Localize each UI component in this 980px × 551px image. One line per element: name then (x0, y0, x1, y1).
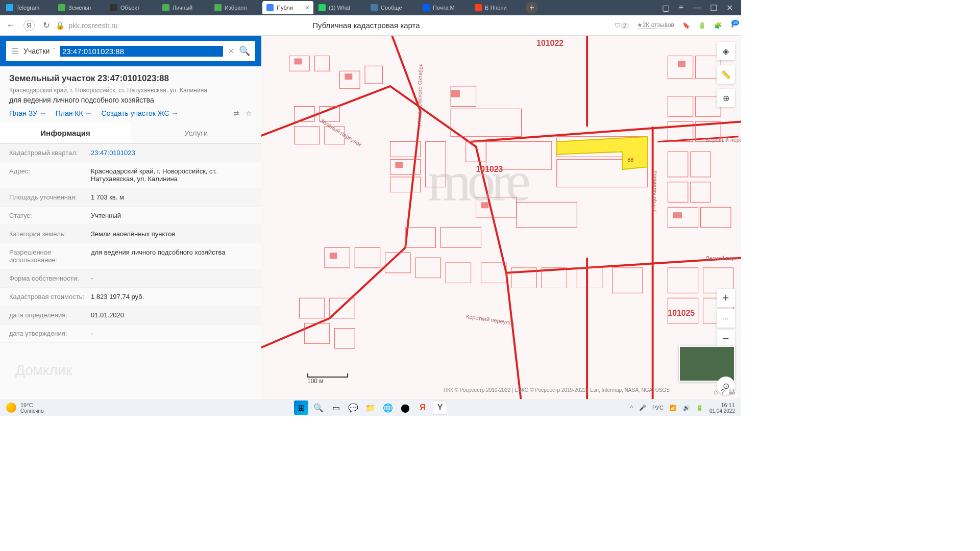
compare-icon[interactable]: ⇄ (233, 109, 239, 117)
tab-pkk[interactable]: Публи× (262, 1, 313, 14)
clear-icon[interactable]: × (228, 46, 234, 57)
chevron-down-icon: ˇ (53, 47, 55, 55)
create-parcel-link[interactable]: Создать участок ЖС → (102, 109, 179, 117)
chrome-icon[interactable]: ⬤ (398, 400, 412, 415)
tab-favorite[interactable]: Избранн (210, 1, 261, 14)
parcel-title: Земельный участок 23:47:0101023:88 (9, 73, 252, 84)
info-label: Кадастровый квартал: (9, 149, 91, 157)
url-text[interactable]: pkk.rosreestr.ru (68, 21, 117, 30)
start-button[interactable]: ⊞ (294, 400, 308, 415)
svg-text:Вербный переулок: Вербный переулок (706, 137, 742, 143)
info-label: Площадь уточненная: (9, 193, 91, 201)
tray-chevron-icon[interactable]: ^ (630, 405, 633, 411)
menu-icon[interactable]: ≡ (679, 3, 683, 13)
layers-button[interactable]: ◈ (717, 42, 735, 60)
search-taskbar-icon[interactable]: 🔍 (311, 400, 326, 415)
info-label: дата утверждения: (9, 330, 91, 337)
tab-services[interactable]: Услуги (131, 122, 261, 143)
help-icon[interactable]: ? (721, 388, 725, 396)
info-label: Кадастровая стоимость: (9, 293, 91, 300)
clock[interactable]: 16:11 01.04.2022 (709, 402, 735, 414)
plan-kk-link[interactable]: План КК → (56, 109, 92, 117)
star-icon[interactable]: ☆ (246, 109, 252, 117)
reviews-link[interactable]: ★2К отзывов (637, 21, 674, 29)
info-value[interactable]: 23:47:0101023 (91, 149, 252, 157)
home-icon[interactable]: ⌂ (714, 388, 718, 396)
plan-zu-link[interactable]: План ЗУ → (9, 109, 46, 117)
svg-rect-57 (395, 162, 403, 168)
yandex-browser-icon[interactable]: Y (433, 400, 447, 415)
parcel-use: для ведения личного подсобного хозяйства (9, 96, 252, 104)
svg-text:88: 88 (627, 157, 633, 163)
info-label: Адрес: (9, 167, 91, 183)
hamburger-icon[interactable]: ☰ (11, 46, 18, 56)
extensions-icon[interactable]: 🧩 (714, 22, 722, 29)
svg-rect-54 (295, 59, 302, 65)
locate-button[interactable]: ⊕ (717, 89, 735, 107)
battery-tray-icon[interactable]: 🔋 (696, 405, 703, 411)
svg-text:101025: 101025 (668, 309, 695, 317)
info-row: Разрешенное использование:для ведения ли… (0, 243, 261, 269)
tab-telegram[interactable]: Telegram (2, 1, 53, 14)
chat-icon[interactable]: 💬 (346, 400, 360, 415)
ruler-button[interactable]: 📏 (717, 65, 735, 84)
volume-icon[interactable]: 🔊 (683, 405, 690, 411)
taskview-icon[interactable]: ▭ (329, 400, 343, 415)
tab-mail[interactable]: Почта М (419, 1, 470, 14)
svg-text:101022: 101022 (536, 39, 564, 47)
svg-rect-55 (345, 73, 352, 80)
tab-information[interactable]: Информация (0, 122, 131, 143)
tab-whatsapp[interactable]: (1) What (314, 1, 365, 14)
tab-personal[interactable]: Личный (158, 1, 209, 14)
close-window-icon[interactable]: ✕ (726, 3, 733, 13)
language-indicator[interactable]: РУС (652, 405, 664, 411)
zoom-out-button[interactable]: − (717, 330, 735, 348)
back-icon[interactable]: ← (6, 20, 15, 31)
new-tab-button[interactable]: + (526, 2, 538, 14)
yandex-icon[interactable]: Я (23, 20, 35, 31)
zoom-fit-button[interactable]: ··· (717, 309, 735, 328)
tab-vk[interactable]: Сообще (366, 1, 418, 14)
bookmark-icon[interactable]: 🔖 (682, 22, 690, 29)
mic-icon[interactable]: 🎤 (639, 405, 646, 411)
tab-object[interactable]: Объект (106, 1, 157, 14)
info-value: - (91, 330, 252, 337)
search-input[interactable] (60, 46, 223, 57)
tab-japan[interactable]: В Япони (471, 1, 522, 14)
weather-widget[interactable]: 19°C Солнечно (6, 402, 43, 414)
sidebar-toggle-icon[interactable]: ▢ (662, 3, 670, 13)
download-icon[interactable]: ⬇19 (730, 22, 735, 29)
info-label: Статус: (9, 212, 91, 219)
info-row: Форма собственности:- (0, 269, 261, 288)
maximize-icon[interactable]: ☐ (710, 3, 717, 13)
zoom-in-button[interactable]: + (717, 289, 735, 307)
domclick-watermark: Домклик (15, 362, 72, 379)
yandex-icon[interactable]: Я (415, 400, 430, 415)
explorer-icon[interactable]: 📁 (363, 400, 378, 415)
info-row: Статус:Учтенный (0, 207, 261, 225)
reload-icon[interactable]: ↻ (43, 20, 50, 30)
edge-icon[interactable]: 🌐 (381, 400, 395, 415)
info-value: - (91, 274, 252, 282)
info-row: дата утверждения:- (0, 324, 261, 343)
svg-rect-60 (673, 212, 682, 218)
svg-rect-56 (451, 90, 460, 97)
search-icon[interactable]: 🔍 (239, 45, 250, 57)
close-icon[interactable]: × (305, 4, 309, 12)
svg-text:Лесной пере: Лесной пере (706, 255, 739, 261)
tab-land[interactable]: Земельн (54, 1, 105, 14)
search-type-dropdown[interactable]: Участки ˇ (23, 47, 55, 55)
page-title: Публичная кадастровая карта (124, 21, 609, 30)
parcel-address-short: Краснодарский край, г. Новороссийск, ст.… (9, 87, 252, 94)
cadastral-map[interactable]: 88 101022 101023 101025 Зелёный переулок… (261, 36, 741, 399)
info-table: Кадастровый квартал:23:47:0101023Адрес:К… (0, 144, 261, 343)
parcel-header: Земельный участок 23:47:0101023:88 Красн… (0, 66, 261, 122)
info-row: Категория земель:Земли населённых пункто… (0, 225, 261, 243)
minimize-icon[interactable]: — (693, 3, 701, 13)
svg-rect-61 (330, 253, 337, 259)
info-value: Учтенный (91, 212, 252, 219)
wifi-icon[interactable]: 📶 (670, 405, 677, 411)
print-icon[interactable]: 🖶 (728, 388, 735, 396)
shield-icon[interactable]: 🛡2 (615, 22, 629, 29)
info-value: Краснодарский край, г. Новороссийск, ст.… (91, 167, 252, 183)
